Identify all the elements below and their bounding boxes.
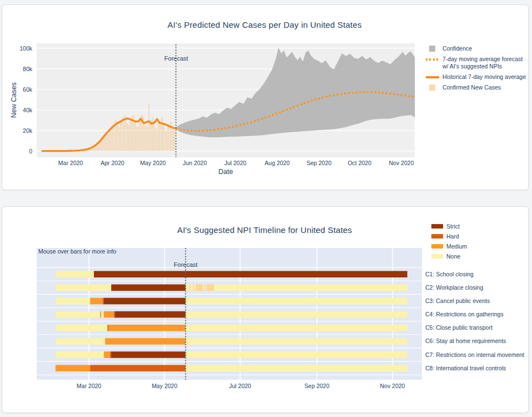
x-tick-label: Jun 2020 <box>175 160 214 166</box>
legend-label: Strict <box>446 223 460 230</box>
npi-row-label-c7: C7: Restrictions on internal movement <box>425 351 524 359</box>
npi-segment-strict[interactable] <box>111 285 186 291</box>
npi-segment-none[interactable] <box>194 285 195 291</box>
legend-swatch-medium <box>431 244 443 249</box>
legend-swatch-none <box>431 254 443 259</box>
npi-segment-none[interactable] <box>186 311 407 318</box>
legend-swatch-line <box>426 76 439 78</box>
x-tick-label: Mar 2020 <box>51 160 90 166</box>
x-tick-label-npi: May 2020 <box>145 383 184 389</box>
legend-label: None <box>446 253 460 260</box>
npi-segment-hard[interactable] <box>90 365 186 371</box>
npi-segment-strict[interactable] <box>94 271 407 277</box>
legend-swatch-hard <box>431 234 443 239</box>
x-tick-label: Aug 2020 <box>258 160 297 166</box>
npi-segment-medium[interactable] <box>105 338 186 345</box>
x-tick-label-npi: Jul 2020 <box>221 383 260 389</box>
x-axis-title: Date <box>198 168 253 176</box>
y-tick-label: 60k <box>6 86 32 93</box>
x-tick-label-npi: Sep 2020 <box>297 383 336 389</box>
npi-row-label-c6: C6: Stay at home requirements <box>425 337 506 345</box>
npi-segment-none[interactable] <box>56 325 108 331</box>
legend-item-1[interactable]: Confidence <box>426 45 526 52</box>
legend-label: Medium <box>446 243 467 250</box>
npi-legend: StrictHardMediumNone <box>431 223 467 260</box>
npi-segment-hard[interactable] <box>114 311 115 318</box>
npi-row-label-c2: C2: Workplace closing <box>425 284 483 291</box>
y-tick-label: 80k <box>6 66 32 72</box>
npi-row-c7[interactable] <box>56 351 407 358</box>
npi-segment-none[interactable] <box>186 365 407 371</box>
x-tick-label: Nov 2020 <box>382 160 421 166</box>
npi-row-label-c4: C4: Restrictions on gatherings <box>425 311 504 318</box>
npi-segment-medium[interactable] <box>109 325 186 331</box>
legend-item-4[interactable]: Confirmed New Cases <box>426 84 526 91</box>
npi-segment-hard[interactable] <box>103 298 104 305</box>
npi-row-c5[interactable] <box>56 325 407 331</box>
npi-legend-item-medium[interactable]: Medium <box>431 243 467 250</box>
y-tick-label: 20k <box>6 127 32 134</box>
npi-row-c4[interactable] <box>56 311 407 318</box>
legend-swatch-square <box>429 85 435 91</box>
x-tick-label-npi: Mar 2020 <box>69 383 108 389</box>
y-tick-label: 100k <box>6 45 32 52</box>
npi-row-label-c8: C8: International travel controls <box>425 365 506 372</box>
legend-label: Hard <box>446 233 459 240</box>
y-tick-label: 0 <box>6 148 32 155</box>
legend-swatch-square <box>429 46 435 52</box>
cases-plot[interactable] <box>37 43 415 157</box>
npi-row-c2[interactable] <box>56 285 407 291</box>
npi-legend-item-strict[interactable]: Strict <box>431 223 467 230</box>
npi-segment-none[interactable] <box>186 338 407 345</box>
npi-segment-strict[interactable] <box>115 311 186 318</box>
npi-segment-none[interactable] <box>186 298 407 305</box>
npi-segment-none[interactable] <box>56 271 94 277</box>
npi-segment-medium[interactable] <box>104 311 114 318</box>
x-tick-label: Sep 2020 <box>300 160 339 166</box>
legend-item-2[interactable]: 7-day moving average forecast w/ AI's su… <box>426 56 526 70</box>
x-tick-label: May 2020 <box>133 160 172 166</box>
npi-row-c3[interactable] <box>56 298 407 305</box>
y-tick-label: 40k <box>6 107 32 113</box>
legend-label: Confirmed New Cases <box>442 84 501 91</box>
npi-row-c1[interactable] <box>56 271 407 277</box>
npi-segment-light[interactable] <box>193 285 194 291</box>
npi-segment-none[interactable] <box>203 285 204 291</box>
npi-segment-strict[interactable] <box>111 351 186 358</box>
npi-segment-none[interactable] <box>186 325 407 331</box>
npi-segment-medium[interactable] <box>56 365 90 371</box>
legend-swatch-strict <box>431 224 443 229</box>
npi-segment-none[interactable] <box>56 311 100 318</box>
forecast-annotation-cases: Forecast <box>157 55 196 62</box>
npi-segment-none[interactable] <box>191 285 193 291</box>
npi-segment-medium[interactable] <box>100 311 101 318</box>
npi-segment-none[interactable] <box>56 285 111 291</box>
npi-row-label-c1: C1: School closing <box>425 271 474 278</box>
y-axis-title: New Cases <box>10 67 18 133</box>
npi-segment-medium[interactable] <box>104 351 110 358</box>
cases-chart-title: AI's Predicted New Cases per Day in Unit… <box>2 20 528 29</box>
npi-row-label-c5: C5: Close public transport <box>425 324 493 331</box>
npi-segment-hard[interactable] <box>110 351 111 358</box>
npi-row-c6[interactable] <box>56 338 407 345</box>
npi-plot[interactable] <box>33 248 422 380</box>
npi-segment-none[interactable] <box>56 338 105 345</box>
npi-segment-none[interactable] <box>101 311 104 318</box>
npi-legend-item-none[interactable]: None <box>431 253 467 260</box>
x-tick-label: Oct 2020 <box>340 160 379 166</box>
npi-segment-light[interactable] <box>204 285 205 291</box>
npi-segment-light[interactable] <box>190 285 191 291</box>
npi-segment-strict[interactable] <box>104 298 186 305</box>
npi-segment-medium[interactable] <box>90 298 102 305</box>
npi-legend-item-hard[interactable]: Hard <box>431 233 467 240</box>
npi-segment-light[interactable] <box>207 285 214 291</box>
npi-segment-light[interactable] <box>196 285 203 291</box>
npi-segment-none[interactable] <box>186 351 407 358</box>
npi-segment-hard[interactable] <box>107 325 108 331</box>
npi-row-c8[interactable] <box>56 365 407 371</box>
npi-row-label-c3: C3: Cancel public events <box>425 297 490 305</box>
legend-item-3[interactable]: Historical 7-day moving average <box>426 73 526 81</box>
npi-segment-none[interactable] <box>214 285 407 291</box>
npi-segment-none[interactable] <box>56 351 104 358</box>
npi-segment-none[interactable] <box>56 298 90 305</box>
